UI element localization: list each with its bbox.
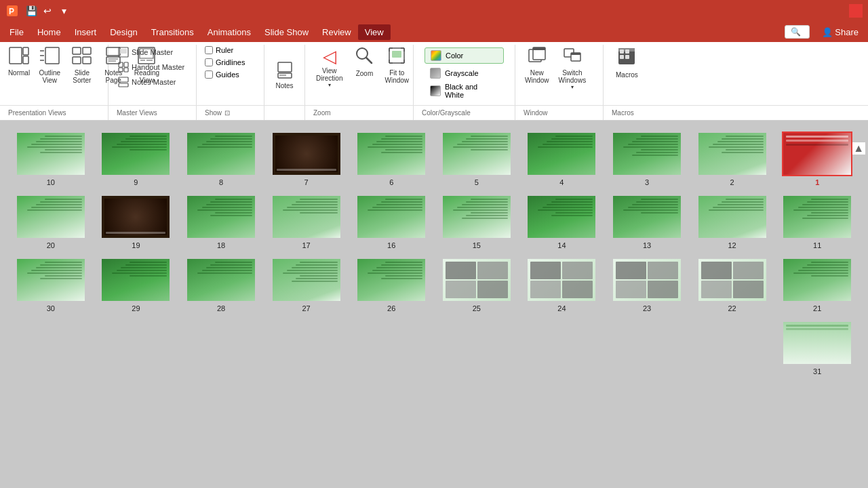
slide-thumb-1[interactable]: 1 — [777, 131, 857, 186]
slide-thumb-28[interactable]: 28 — [181, 258, 261, 312]
slide-image-24 — [526, 258, 597, 302]
slide-thumb-30[interactable]: 30 — [11, 258, 91, 312]
gridlines-label: Gridlines — [216, 58, 245, 66]
slide-thumb-9[interactable]: 9 — [96, 131, 176, 186]
menu-file[interactable]: File — [3, 24, 31, 40]
normal-view-label: Normal — [8, 69, 30, 77]
ribbon-collapse-button[interactable]: ▲ — [852, 142, 865, 155]
quick-access-dropdown[interactable]: ▾ — [57, 4, 71, 18]
slide-sorter-button[interactable]: Slide Sorter — [67, 45, 97, 85]
menu-insert[interactable]: Insert — [68, 24, 104, 40]
slide-thumb-7[interactable]: 7 — [267, 131, 347, 186]
slide-thumb-8[interactable]: 8 — [181, 131, 261, 186]
notes-master-button[interactable]: Notes Master — [114, 75, 180, 89]
handout-master-button[interactable]: Handout Master — [114, 60, 189, 75]
slide-thumb-12[interactable]: 12 — [692, 195, 772, 249]
svg-rect-22 — [120, 49, 127, 54]
slide-thumb-14[interactable]: 14 — [522, 195, 602, 249]
switch-windows-label2: Windows — [559, 77, 587, 84]
slide-thumb-2[interactable]: 2 — [692, 131, 772, 186]
slide-thumb-13[interactable]: 13 — [607, 195, 687, 249]
color-button[interactable]: Color — [425, 47, 504, 64]
slide-thumb-4[interactable]: 4 — [522, 131, 602, 186]
view-direction-label2: Direction — [316, 75, 342, 82]
slide-thumb-20[interactable]: 20 — [11, 195, 91, 249]
share-button[interactable]: 👤 Share — [815, 24, 865, 40]
grayscale-button[interactable]: Grayscale — [425, 65, 504, 81]
slide-number-29: 29 — [132, 304, 140, 312]
switch-windows-button[interactable]: Switch Windows ▾ — [555, 45, 591, 92]
svg-rect-35 — [392, 51, 401, 58]
black-white-button[interactable]: Black and White — [425, 83, 504, 99]
ribbon-group-zoom: ◁ View Direction ▾ Zoom — [305, 45, 414, 105]
slide-grid[interactable]: 123456 789101112131415161718 192021 22 2… — [0, 121, 868, 488]
slide-thumb-5[interactable]: 5 — [437, 131, 517, 186]
ribbon-group-show: Ruler Gridlines Guides — [197, 45, 264, 105]
slide-number-1: 1 — [815, 178, 819, 186]
title-bar: P 💾 ↩ ▾ — [0, 0, 868, 22]
slide-thumb-22[interactable]: 22 — [692, 258, 772, 312]
restore-button[interactable] — [833, 4, 846, 18]
show-expand-icon[interactable]: ⊡ — [224, 109, 230, 117]
slide-thumb-19[interactable]: 19 — [96, 195, 176, 249]
slide-image-11 — [782, 195, 852, 239]
slide-image-2 — [697, 131, 768, 176]
svg-rect-11 — [73, 57, 81, 64]
ribbon-content: Normal Outline View — [0, 42, 868, 105]
guides-checkbox-input[interactable] — [205, 70, 213, 79]
normal-view-button[interactable]: Normal — [5, 45, 33, 78]
slide-thumb-3[interactable]: 3 — [607, 131, 687, 186]
slide-thumb-15[interactable]: 15 — [437, 195, 517, 249]
gridlines-checkbox-input[interactable] — [205, 58, 213, 66]
slide-image-14 — [526, 195, 597, 239]
fit-to-window-button[interactable]: Fit to Window — [380, 45, 413, 85]
slide-master-button[interactable]: Slide Master — [114, 45, 177, 60]
svg-rect-47 — [625, 55, 629, 59]
new-window-button[interactable]: New Window — [521, 45, 553, 85]
slide-thumb-21[interactable]: 21 — [777, 258, 857, 312]
slide-thumb-29[interactable]: 29 — [96, 258, 176, 312]
slide-thumb-6[interactable]: 6 — [351, 131, 431, 186]
color-group-label: Color/Grayscale — [414, 106, 515, 120]
gridlines-checkbox[interactable]: Gridlines — [202, 57, 248, 68]
outline-view-button[interactable]: Outline View — [34, 45, 66, 85]
slide-thumb-31[interactable]: 31 — [777, 321, 857, 375]
slide-number-12: 12 — [728, 241, 736, 249]
zoom-button[interactable]: Zoom — [349, 45, 379, 79]
slide-thumb-24[interactable]: 24 — [522, 258, 602, 312]
menu-home[interactable]: Home — [31, 24, 68, 40]
menu-design[interactable]: Design — [103, 24, 144, 40]
view-direction-button[interactable]: ◁ View Direction ▾ — [311, 45, 348, 89]
slide-image-23 — [612, 258, 682, 302]
slide-thumb-16[interactable]: 16 — [351, 195, 431, 249]
close-button[interactable] — [849, 4, 863, 18]
slide-number-10: 10 — [47, 178, 55, 186]
ruler-checkbox[interactable]: Ruler — [202, 45, 236, 56]
minimize-button[interactable] — [816, 4, 830, 18]
svg-rect-2 — [9, 47, 22, 64]
slide-thumb-17[interactable]: 17 — [267, 195, 347, 249]
save-button[interactable]: 💾 — [24, 4, 38, 18]
ribbon-group-master-views: Slide Master Handout Master Notes Master — [108, 45, 197, 105]
main-content: 123456 789101112131415161718 192021 22 2… — [0, 121, 868, 488]
slide-image-22 — [697, 258, 768, 302]
slide-thumb-10[interactable]: 10 — [11, 131, 91, 186]
slide-thumb-11[interactable]: 11 — [777, 195, 857, 249]
menu-animations[interactable]: Animations — [201, 24, 258, 40]
menu-review[interactable]: Review — [315, 24, 358, 40]
macros-button[interactable]: Macros — [609, 45, 645, 80]
search-box[interactable]: 🔍 — [785, 25, 810, 39]
slide-thumb-26[interactable]: 26 — [351, 258, 431, 312]
slide-thumb-18[interactable]: 18 — [181, 195, 261, 249]
slide-thumb-25[interactable]: 25 — [437, 258, 517, 312]
ruler-checkbox-input[interactable] — [205, 46, 213, 54]
window-group-label: Window — [515, 106, 604, 120]
menu-view[interactable]: View — [358, 24, 391, 40]
slide-thumb-23[interactable]: 23 — [607, 258, 687, 312]
menu-slideshow[interactable]: Slide Show — [258, 24, 315, 40]
menu-transitions[interactable]: Transitions — [144, 24, 201, 40]
guides-checkbox[interactable]: Guides — [202, 69, 242, 80]
notes-button[interactable]: Notes — [271, 59, 298, 91]
undo-button[interactable]: ↩ — [41, 4, 54, 18]
slide-thumb-27[interactable]: 27 — [267, 258, 347, 312]
